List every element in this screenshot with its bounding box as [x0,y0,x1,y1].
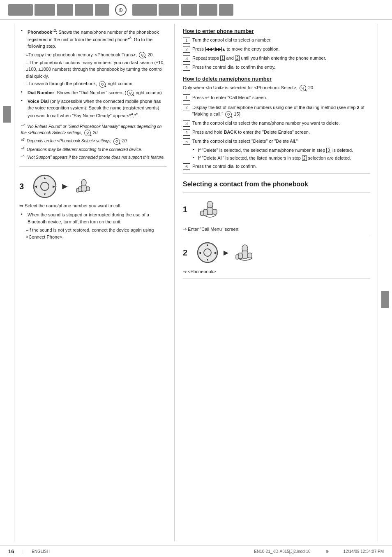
svg-text:▶: ▶ [214,251,217,255]
how-to-delete-section: How to delete name/phone number Only whe… [183,76,370,170]
dial-hand-group: ▲ ▼ ◀ ▶ ► [32,174,95,199]
select-hand-1 [197,198,224,221]
delete-step-text-6: Press the control dial to confirm. [192,163,257,170]
enter-step-3: 3 Repeat steps 1 and 2 until you finish … [183,55,370,62]
page-header: ⊕ [0,0,392,20]
svg-rect-25 [248,253,252,258]
step3-image-row: 3 ▲ ▼ ◀ ▶ [19,174,167,199]
select-step-2-text: ⇒ <Phonebook> [183,268,370,275]
delete-sub-text-1: If "Delete" is selected, the selected na… [198,147,353,154]
select-dial-hand-group: ▲ ▼ ◀ ▶ ► [197,242,256,263]
select-hand-svg-2 [234,242,256,263]
header-block-6 [132,4,157,16]
svg-rect-23 [242,251,248,258]
voice-dial-text: Voice Dial (only accessible when the con… [28,98,167,119]
delete-step-num-5: 5 [183,138,190,145]
search-icon-fn3: Q [113,138,120,145]
svg-rect-10 [76,188,79,192]
header-block-7 [159,4,179,16]
footnote-4: *4 Operations may be different according… [19,146,167,153]
step3-arrow-symbol: ⇒ [19,203,23,209]
header-block-3 [57,4,73,16]
enter-step-text-4: Press the control dial to confirm the en… [192,64,275,71]
svg-text:▼: ▼ [206,258,209,262]
svg-rect-12 [207,207,213,215]
enter-step-num-4: 4 [183,64,190,71]
footer-date: 12/14/09 12:34:07 PM [344,549,384,554]
delete-sub-text-2: If "Delete All" is selected, the listed … [198,155,351,162]
delete-step-4: 4 Press and hold BACK to enter the "Dele… [183,129,370,136]
select-arrow-icon: ► [222,248,230,258]
dial-svg: ▲ ▼ ◀ ▶ [32,174,57,199]
footer-language: ENGLISH [32,549,50,554]
hand-svg-1 [197,198,224,221]
phone-icon-1: ↩ [205,95,210,101]
how-to-enter-section: How to enter phone number 1 Turn the con… [183,28,370,71]
header-block-2 [35,4,55,16]
sub-bullet-fast-search: –If the phonebook contains many numbers,… [19,59,167,80]
enter-step-num-2: 2 [183,46,190,53]
page-footer: 16 | ENGLISH EN10-21_KD-A815[J]2.indd 16… [0,545,392,557]
dial-circle-3: ▲ ▼ ◀ ▶ [32,174,57,199]
delete-step-num-1: 1 [183,94,190,101]
voice-dial-bullet: • Voice Dial (only accessible when the c… [19,98,167,119]
header-block-10 [219,4,233,16]
delete-step-num-3: 3 [183,120,190,127]
search-icon-3: Q [127,90,134,96]
delete-step-text-3: Turn the control dial to select the name… [192,120,340,127]
sub-dot-1: • [193,147,197,152]
delete-step-2: 2 Display the list of name/phone numbers… [183,104,370,118]
divider-5 [183,278,370,279]
right-margin-mark [381,291,389,308]
select-arrow-1: ⇒ [183,227,187,232]
delete-intro: Only when <In Unit> is selected for <Pho… [183,84,370,91]
selecting-contact-heading: Selecting a contact from the phonebook [183,180,370,189]
bullet-dot: • [21,28,26,33]
hand-svg [73,175,95,198]
select-arrow-2: ⇒ [183,269,187,274]
how-to-delete-heading: How to delete name/phone number [183,76,370,82]
arrow-icon: ► [60,181,69,192]
bullet-dot-3: • [21,98,26,103]
left-margin [0,24,14,541]
svg-text:▼: ▼ [43,193,46,196]
delete-step-3: 3 Turn the control dial to select the na… [183,120,370,127]
main-content: • Phonebook*2: Shows the name/phone numb… [0,20,392,545]
svg-text:◀: ◀ [198,251,201,255]
bullet-dot-sound: • [21,211,26,216]
sub-dot-2: • [193,155,197,160]
svg-text:▲: ▲ [206,243,209,247]
select-step-1-row: 1 [183,196,370,223]
divider-2 [183,173,370,174]
sub-bullet-search-column: –To search through the phonebook, Q righ… [19,80,167,87]
footnote-3: *3 Depends on the <Phonebook Select> set… [19,137,167,145]
enter-step-num-3: 3 [183,55,190,62]
page-wrapper: ⊕ • Phonebook*2: Shows the name/phone nu… [0,0,392,557]
search-icon-del2: Q [225,111,232,118]
header-block-8 [181,4,197,16]
select-step-num-1: 1 [183,205,193,214]
step3-arrow-text: ⇒ Select the name/phone number you want … [19,202,167,209]
footnote-5: *5 "Not Support" appears if the connecte… [19,154,167,160]
delete-step-text-4: Press and hold BACK to enter the "Delete… [192,129,310,136]
sound-stopped-text: When the sound is stopped or interrupted… [28,211,167,225]
svg-rect-9 [86,187,90,191]
selecting-contact-section: Selecting a contact from the phonebook 1 [183,180,370,279]
sub-bullet-reconnect: –If the sound is not yet restored, conne… [19,227,167,240]
header-block-1 [8,4,33,16]
delete-sub-point-1: • If "Delete" is selected, the selected … [183,147,370,154]
select-step-num-2: 2 [183,248,193,258]
header-block-5 [95,4,109,16]
delete-step-text-1: Press ↩ to enter "Call Menu" screen. [192,94,267,102]
select-step-2-row: 2 ▲ ▼ ◀ ▶ ► [183,239,370,266]
bullet-dot-2: • [21,89,26,94]
nav-control-symbol: |◀◀✔/▶▶|▲ [205,47,225,51]
left-margin-mark [3,106,11,123]
right-margin [378,24,392,541]
search-icon-1: Q [139,52,145,58]
enter-step-2: 2 Press |◀◀✔/▶▶|▲ to move the entry posi… [183,46,370,53]
enter-step-text-2: Press |◀◀✔/▶▶|▲ to move the entry positi… [192,46,280,53]
enter-step-text-1: Turn the control dial to select a number… [192,37,272,44]
footer-separator: | [22,549,23,554]
footer-compass: ⊕ [325,549,329,554]
